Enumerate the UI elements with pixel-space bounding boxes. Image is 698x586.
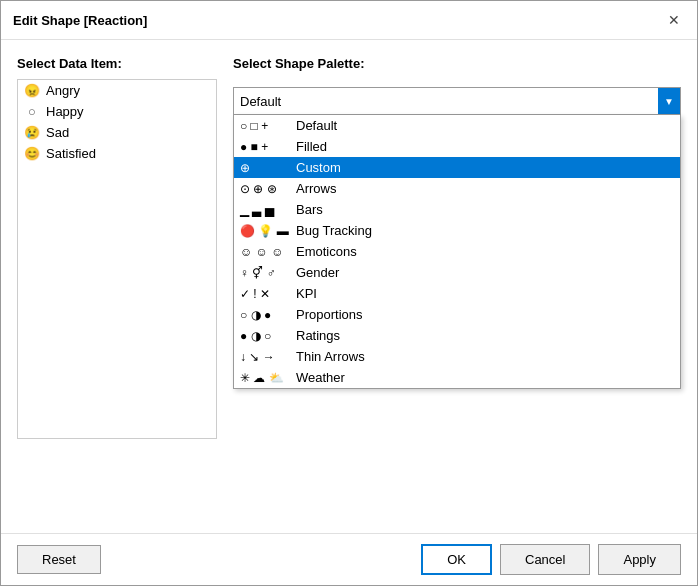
dropdown-item[interactable]: ⊕Custom [234, 157, 680, 178]
cancel-button[interactable]: Cancel [500, 544, 590, 575]
dropdown-item-label: Proportions [296, 307, 362, 322]
palette-dropdown-container: Default ▼ ○ □ +Default● ■ +Filled⊕Custom… [233, 87, 681, 115]
dropdown-item-label: Ratings [296, 328, 340, 343]
data-item-label: Angry [46, 83, 80, 98]
right-panel: Select Shape Palette: Default ▼ ○ □ +Def… [233, 56, 681, 517]
dropdown-item-icons: ↓ ↘ → [240, 350, 290, 364]
dropdown-item-icons: ♀ ⚥ ♂ [240, 266, 290, 280]
dropdown-item-label: Custom [296, 160, 341, 175]
dropdown-item-label: Filled [296, 139, 327, 154]
footer-left: Reset [17, 545, 101, 574]
data-item-icon: 😊 [24, 146, 40, 161]
dropdown-item[interactable]: ● ◑ ○Ratings [234, 325, 680, 346]
ok-button[interactable]: OK [421, 544, 492, 575]
dropdown-item[interactable]: ♀ ⚥ ♂Gender [234, 262, 680, 283]
dropdown-item-icons: ⊕ [240, 161, 290, 175]
footer-right: OK Cancel Apply [421, 544, 681, 575]
dropdown-item-icons: ● ■ + [240, 140, 290, 154]
dropdown-item-icons: ● ◑ ○ [240, 329, 290, 343]
dropdown-item[interactable]: ○ ◑ ●Proportions [234, 304, 680, 325]
dropdown-item[interactable]: ○ □ +Default [234, 115, 680, 136]
dialog-footer: Reset OK Cancel Apply [1, 533, 697, 585]
palette-select-button[interactable]: Default ▼ [233, 87, 681, 115]
dropdown-item-icons: ○ ◑ ● [240, 308, 290, 322]
data-item-list: 😠Angry○Happy😢Sad😊Satisfied [17, 79, 217, 439]
data-item-icon: ○ [24, 104, 40, 119]
dialog-title: Edit Shape [Reaction] [13, 13, 147, 28]
dropdown-item-label: Emoticons [296, 244, 357, 259]
dropdown-item-label: Weather [296, 370, 345, 385]
dropdown-item[interactable]: ✓ ! ✕KPI [234, 283, 680, 304]
list-item[interactable]: ○Happy [18, 101, 216, 122]
dropdown-item-icons: ▁ ▃ ▅ [240, 203, 290, 217]
dropdown-item[interactable]: ↓ ↘ →Thin Arrows [234, 346, 680, 367]
palette-dropdown-list: ○ □ +Default● ■ +Filled⊕Custom⊙ ⊕ ⊛Arrow… [233, 115, 681, 389]
palette-selected-value: Default [240, 94, 281, 109]
dropdown-item-label: Bars [296, 202, 323, 217]
dropdown-item[interactable]: ✳ ☁ ⛅Weather [234, 367, 680, 388]
dropdown-item[interactable]: ● ■ +Filled [234, 136, 680, 157]
data-item-label: Sad [46, 125, 69, 140]
dropdown-item-icons: 🔴 💡 ▬ [240, 224, 290, 238]
left-panel-label: Select Data Item: [17, 56, 217, 71]
data-item-label: Satisfied [46, 146, 96, 161]
list-item[interactable]: 😊Satisfied [18, 143, 216, 164]
left-panel: Select Data Item: 😠Angry○Happy😢Sad😊Satis… [17, 56, 217, 517]
dropdown-item-label: KPI [296, 286, 317, 301]
dropdown-item-icons: ☺ ☺ ☺ [240, 245, 290, 259]
dropdown-item-icons: ⊙ ⊕ ⊛ [240, 182, 290, 196]
dropdown-item-icons: ✳ ☁ ⛅ [240, 371, 290, 385]
reset-button[interactable]: Reset [17, 545, 101, 574]
dropdown-item-label: Default [296, 118, 337, 133]
dropdown-item[interactable]: ☺ ☺ ☺Emoticons [234, 241, 680, 262]
dropdown-item-label: Thin Arrows [296, 349, 365, 364]
dialog: Edit Shape [Reaction] ✕ Select Data Item… [0, 0, 698, 586]
chevron-down-icon: ▼ [658, 88, 680, 114]
dialog-body: Select Data Item: 😠Angry○Happy😢Sad😊Satis… [1, 40, 697, 533]
data-item-label: Happy [46, 104, 84, 119]
dropdown-item[interactable]: ⊙ ⊕ ⊛Arrows [234, 178, 680, 199]
list-item[interactable]: 😠Angry [18, 80, 216, 101]
close-button[interactable]: ✕ [663, 9, 685, 31]
dropdown-item[interactable]: ▁ ▃ ▅Bars [234, 199, 680, 220]
dropdown-item-label: Arrows [296, 181, 336, 196]
list-item[interactable]: 😢Sad [18, 122, 216, 143]
dropdown-item-label: Gender [296, 265, 339, 280]
dropdown-item-label: Bug Tracking [296, 223, 372, 238]
dropdown-item-icons: ✓ ! ✕ [240, 287, 290, 301]
dropdown-item-icons: ○ □ + [240, 119, 290, 133]
title-bar: Edit Shape [Reaction] ✕ [1, 1, 697, 40]
apply-button[interactable]: Apply [598, 544, 681, 575]
right-panel-label: Select Shape Palette: [233, 56, 681, 71]
dropdown-item[interactable]: 🔴 💡 ▬Bug Tracking [234, 220, 680, 241]
data-item-icon: 😢 [24, 125, 40, 140]
data-item-icon: 😠 [24, 83, 40, 98]
